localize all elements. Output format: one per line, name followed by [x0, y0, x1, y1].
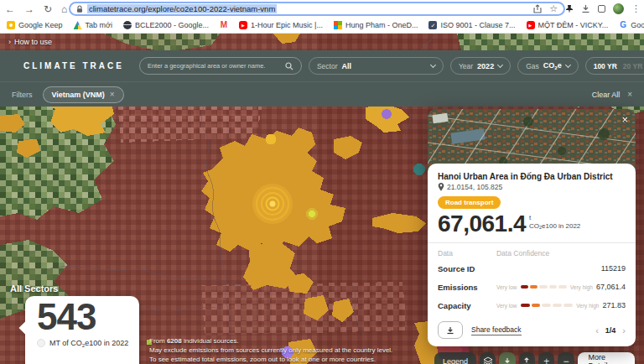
panel-pager: ‹ 1/4 › [595, 325, 626, 335]
bookmark-epic-music[interactable]: ▶1-Hour Epic Music |... [239, 21, 323, 29]
emissions-unit: t CO2e100 in 2022 [529, 211, 580, 230]
country-total-card: 543 MT of CO2e100 in 2022 [25, 296, 139, 364]
home-icon[interactable]: ⌂ [61, 4, 67, 14]
downloads-icon[interactable] [581, 4, 590, 13]
youtube-icon: ▶ [527, 21, 535, 29]
check-icon: ✓ [428, 21, 437, 29]
upload-icon [522, 357, 531, 364]
extension-pin-icon[interactable] [565, 4, 574, 13]
satellite-thumbnail: × [428, 109, 636, 172]
globe-icon [123, 21, 132, 29]
row-capacity: Capacity Very low Very high 271.83 [438, 296, 626, 315]
source-detail-panel: × Hanoi Urban Area in Đống Đa Urban Dist… [428, 109, 636, 346]
close-panel-icon[interactable]: × [621, 113, 628, 126]
chevron-down-icon [565, 61, 571, 67]
column-header-data: Data [438, 249, 453, 257]
map-download-button[interactable] [499, 352, 515, 364]
confidence-bar [521, 285, 567, 289]
bookmark-star-icon[interactable]: ☆ [549, 4, 558, 13]
gmail-icon: M [220, 21, 228, 29]
lock-icon [76, 5, 83, 13]
bookmark-onedrive[interactable]: Hung Pham - OneD... [334, 21, 418, 29]
keep-icon [7, 21, 15, 29]
all-sectors-label: All Sectors [10, 283, 58, 294]
bullet-icon [37, 339, 45, 347]
remove-filter-icon[interactable]: × [110, 90, 115, 99]
filter-chip-vietnam[interactable]: Vietnam (VNM) × [43, 86, 124, 103]
side-panel-icon[interactable] [598, 5, 605, 13]
share-feedback-link[interactable]: Share feedback [471, 325, 522, 335]
climate-trace-logo[interactable]: CLIMATE TRACE [23, 61, 124, 70]
emissions-value: 67,061.4 [438, 211, 526, 236]
sector-badge: Road transport [438, 196, 501, 209]
bookmark-iso9001[interactable]: ✓ISO 9001 - Clause 7... [428, 21, 515, 29]
row-source-id: Source ID 115219 [438, 259, 626, 278]
clear-all-filters[interactable]: Clear All × [592, 90, 632, 99]
google-icon: G [619, 21, 627, 29]
search-input[interactable] [148, 62, 282, 70]
browser-window: ← → ↻ ⌂ climatetrace.org/explore/co2e100… [0, 0, 644, 364]
toggle-100yr[interactable]: 100 YR [594, 62, 617, 70]
zoom-in-button[interactable]: + [538, 352, 554, 364]
more-details-button[interactable]: More Details [578, 352, 635, 364]
share-icon[interactable] [533, 4, 542, 13]
source-title: Hanoi Urban Area in Đống Đa Urban Distri… [438, 172, 626, 181]
row-emissions: Emissions Very low Very high 67,061.4 [438, 278, 626, 296]
sector-dropdown[interactable]: Sector All [309, 57, 444, 75]
close-icon: × [627, 90, 632, 99]
location-pin-icon [438, 183, 444, 191]
selected-source-marker[interactable] [252, 184, 293, 224]
gwp-horizon-toggle: 100 YR 20 YR [585, 57, 644, 75]
year-dropdown[interactable]: Year 2022 [450, 57, 511, 75]
map-upload-button[interactable] [519, 352, 535, 364]
download-icon [503, 357, 512, 364]
country-total-value: 543 [37, 298, 132, 336]
source-coordinates: 21.0154, 105.825 [438, 183, 626, 191]
youtube-icon: ▶ [239, 21, 247, 29]
bookmarks-bar: Google Keep Tab mới BCLE2000 - Google...… [0, 18, 644, 34]
bookmark-mot-dem[interactable]: ▶MỘT ĐÊM - VICKY... [527, 21, 609, 29]
layers-icon [483, 356, 493, 364]
filter-bar: Filters Vietnam (VNM) × Clear All × [0, 81, 644, 107]
chevron-right-icon: › [8, 38, 11, 46]
back-icon[interactable]: ← [5, 4, 15, 14]
drive-icon [74, 21, 82, 29]
source-detail-card: Hanoi Urban Area in Đống Đa Urban Distri… [428, 164, 636, 346]
bookmark-bcle2000[interactable]: BCLE2000 - Google... [123, 21, 209, 29]
country-total-unit: MT of CO2e100 in 2022 [37, 339, 132, 348]
url-text[interactable]: climatetrace.org/explore/co2e100-2022-vi… [87, 4, 277, 13]
notes-line-3: To see estimated total emissions, zoom o… [149, 355, 392, 364]
notes-line-1: From 6208 individual sources. [149, 336, 392, 346]
bookmark-gmail[interactable]: M [220, 21, 228, 29]
address-bar[interactable]: climatetrace.org/explore/co2e100-2022-vi… [69, 2, 565, 16]
next-page-icon[interactable]: › [622, 325, 626, 335]
map-toolbar: Legend + − More Details [434, 352, 635, 364]
bookmark-tab-moi[interactable]: Tab mới [74, 21, 112, 29]
bookmark-google-keep[interactable]: Google Keep [7, 21, 63, 29]
profile-avatar[interactable] [613, 3, 624, 14]
page-indicator: 1/4 [605, 326, 616, 335]
forward-icon[interactable]: → [24, 4, 34, 14]
menu-icon[interactable]: ⋮ [631, 3, 641, 14]
confidence-bar [521, 304, 574, 307]
map-notes: From 6208 individual sources. May exclud… [149, 336, 392, 364]
prev-page-icon[interactable]: ‹ [595, 325, 599, 335]
chevron-down-icon [497, 61, 503, 67]
layers-button[interactable] [480, 352, 496, 364]
gas-dropdown[interactable]: Gas CO2e [517, 57, 579, 75]
column-header-data-confidence: Data Confidence [496, 249, 549, 257]
download-button[interactable] [438, 321, 463, 339]
search-icon [285, 62, 293, 70]
search-box[interactable] [139, 57, 302, 75]
reload-icon[interactable]: ↻ [44, 4, 52, 14]
toggle-20yr[interactable]: 20 YR [623, 62, 642, 70]
download-icon [446, 326, 454, 335]
browser-toolbar: ← → ↻ ⌂ climatetrace.org/explore/co2e100… [0, 0, 644, 18]
zoom-out-button[interactable]: − [558, 352, 574, 364]
how-to-use-link[interactable]: › How to use [8, 38, 52, 46]
chevron-down-icon [430, 61, 436, 67]
legend-button[interactable]: Legend [434, 352, 476, 364]
bookmark-google[interactable]: GGoogle [619, 21, 644, 29]
plus-icon: + [543, 356, 549, 364]
minus-icon: − [563, 356, 569, 364]
